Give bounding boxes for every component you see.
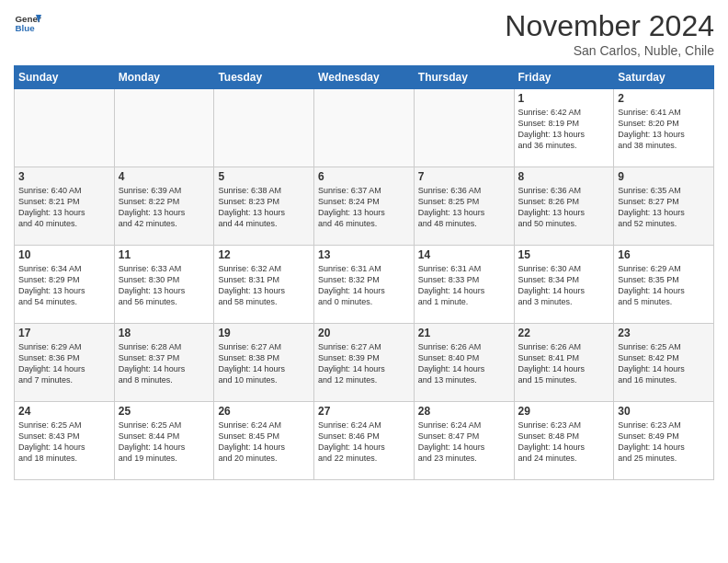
logo: General Blue <box>14 9 41 37</box>
table-row: 4Sunrise: 6:39 AM Sunset: 8:22 PM Daylig… <box>114 167 214 246</box>
day-info: Sunrise: 6:41 AM Sunset: 8:20 PM Dayligh… <box>618 107 710 152</box>
table-row: 8Sunrise: 6:36 AM Sunset: 8:26 PM Daylig… <box>514 167 614 246</box>
day-info: Sunrise: 6:40 AM Sunset: 8:21 PM Dayligh… <box>18 185 110 230</box>
day-number: 9 <box>618 170 710 183</box>
day-info: Sunrise: 6:26 AM Sunset: 8:40 PM Dayligh… <box>418 341 510 386</box>
table-row <box>114 89 214 167</box>
day-number: 1 <box>518 92 610 105</box>
table-row: 29Sunrise: 6:23 AM Sunset: 8:48 PM Dayli… <box>514 402 614 480</box>
col-thursday: Thursday <box>414 66 514 89</box>
table-row: 19Sunrise: 6:27 AM Sunset: 8:38 PM Dayli… <box>214 324 314 402</box>
day-number: 17 <box>18 327 110 339</box>
day-number: 22 <box>518 327 610 339</box>
col-saturday: Saturday <box>614 66 714 89</box>
table-row: 9Sunrise: 6:35 AM Sunset: 8:27 PM Daylig… <box>614 167 714 246</box>
table-row: 1Sunrise: 6:42 AM Sunset: 8:19 PM Daylig… <box>514 89 614 167</box>
day-number: 19 <box>218 327 310 339</box>
col-sunday: Sunday <box>15 66 115 89</box>
day-info: Sunrise: 6:35 AM Sunset: 8:27 PM Dayligh… <box>618 185 710 230</box>
day-number: 20 <box>318 327 410 339</box>
table-row: 22Sunrise: 6:26 AM Sunset: 8:41 PM Dayli… <box>514 324 614 402</box>
day-info: Sunrise: 6:38 AM Sunset: 8:23 PM Dayligh… <box>218 185 310 230</box>
table-row: 15Sunrise: 6:30 AM Sunset: 8:34 PM Dayli… <box>514 246 614 324</box>
table-row <box>414 89 514 167</box>
table-row: 14Sunrise: 6:31 AM Sunset: 8:33 PM Dayli… <box>414 246 514 324</box>
day-number: 7 <box>418 170 510 183</box>
day-info: Sunrise: 6:34 AM Sunset: 8:29 PM Dayligh… <box>18 263 110 308</box>
day-info: Sunrise: 6:25 AM Sunset: 8:44 PM Dayligh… <box>119 419 210 465</box>
location-subtitle: San Carlos, Nuble, Chile <box>505 43 714 58</box>
table-row <box>314 89 415 167</box>
day-info: Sunrise: 6:26 AM Sunset: 8:41 PM Dayligh… <box>518 341 610 386</box>
table-row: 2Sunrise: 6:41 AM Sunset: 8:20 PM Daylig… <box>614 89 714 167</box>
day-info: Sunrise: 6:24 AM Sunset: 8:46 PM Dayligh… <box>318 419 410 465</box>
table-row <box>15 89 115 167</box>
col-monday: Monday <box>114 66 214 89</box>
day-info: Sunrise: 6:32 AM Sunset: 8:31 PM Dayligh… <box>218 263 310 308</box>
day-number: 18 <box>119 327 210 339</box>
title-block: November 2024 San Carlos, Nuble, Chile <box>505 9 714 58</box>
day-info: Sunrise: 6:31 AM Sunset: 8:33 PM Dayligh… <box>418 263 510 308</box>
day-number: 21 <box>418 327 510 339</box>
table-row: 3Sunrise: 6:40 AM Sunset: 8:21 PM Daylig… <box>15 167 115 246</box>
day-number: 27 <box>318 405 410 418</box>
page-container: General Blue November 2024 San Carlos, N… <box>0 0 728 563</box>
day-number: 3 <box>18 170 110 183</box>
day-info: Sunrise: 6:33 AM Sunset: 8:30 PM Dayligh… <box>119 263 210 308</box>
day-number: 2 <box>618 92 710 105</box>
day-info: Sunrise: 6:27 AM Sunset: 8:38 PM Dayligh… <box>218 341 310 386</box>
day-info: Sunrise: 6:24 AM Sunset: 8:45 PM Dayligh… <box>218 419 310 465</box>
calendar-week-row: 10Sunrise: 6:34 AM Sunset: 8:29 PM Dayli… <box>15 246 714 324</box>
day-number: 28 <box>418 405 510 418</box>
day-number: 13 <box>318 248 410 261</box>
calendar-table: Sunday Monday Tuesday Wednesday Thursday… <box>14 65 714 480</box>
table-row: 7Sunrise: 6:36 AM Sunset: 8:25 PM Daylig… <box>414 167 514 246</box>
day-info: Sunrise: 6:36 AM Sunset: 8:26 PM Dayligh… <box>518 185 610 230</box>
col-friday: Friday <box>514 66 614 89</box>
page-header: General Blue November 2024 San Carlos, N… <box>14 9 714 58</box>
table-row: 17Sunrise: 6:29 AM Sunset: 8:36 PM Dayli… <box>15 324 115 402</box>
day-number: 12 <box>218 248 310 261</box>
day-info: Sunrise: 6:27 AM Sunset: 8:39 PM Dayligh… <box>318 341 410 386</box>
table-row: 21Sunrise: 6:26 AM Sunset: 8:40 PM Dayli… <box>414 324 514 402</box>
calendar-week-row: 1Sunrise: 6:42 AM Sunset: 8:19 PM Daylig… <box>15 89 714 167</box>
table-row: 28Sunrise: 6:24 AM Sunset: 8:47 PM Dayli… <box>414 402 514 480</box>
month-title: November 2024 <box>505 9 714 43</box>
day-info: Sunrise: 6:28 AM Sunset: 8:37 PM Dayligh… <box>119 341 210 386</box>
calendar-week-row: 3Sunrise: 6:40 AM Sunset: 8:21 PM Daylig… <box>15 167 714 246</box>
day-info: Sunrise: 6:31 AM Sunset: 8:32 PM Dayligh… <box>318 263 410 308</box>
day-number: 10 <box>18 248 110 261</box>
table-row: 26Sunrise: 6:24 AM Sunset: 8:45 PM Dayli… <box>214 402 314 480</box>
col-tuesday: Tuesday <box>214 66 314 89</box>
day-info: Sunrise: 6:42 AM Sunset: 8:19 PM Dayligh… <box>518 107 610 152</box>
table-row: 24Sunrise: 6:25 AM Sunset: 8:43 PM Dayli… <box>15 402 115 480</box>
day-info: Sunrise: 6:24 AM Sunset: 8:47 PM Dayligh… <box>418 419 510 465</box>
day-info: Sunrise: 6:25 AM Sunset: 8:43 PM Dayligh… <box>18 419 110 465</box>
table-row: 11Sunrise: 6:33 AM Sunset: 8:30 PM Dayli… <box>114 246 214 324</box>
day-number: 16 <box>618 248 710 261</box>
day-info: Sunrise: 6:23 AM Sunset: 8:48 PM Dayligh… <box>518 419 610 465</box>
day-info: Sunrise: 6:30 AM Sunset: 8:34 PM Dayligh… <box>518 263 610 308</box>
day-number: 11 <box>119 248 210 261</box>
table-row: 12Sunrise: 6:32 AM Sunset: 8:31 PM Dayli… <box>214 246 314 324</box>
day-number: 24 <box>18 405 110 418</box>
svg-text:Blue: Blue <box>16 23 36 33</box>
table-row: 20Sunrise: 6:27 AM Sunset: 8:39 PM Dayli… <box>314 324 415 402</box>
day-info: Sunrise: 6:36 AM Sunset: 8:25 PM Dayligh… <box>418 185 510 230</box>
table-row: 23Sunrise: 6:25 AM Sunset: 8:42 PM Dayli… <box>614 324 714 402</box>
calendar-week-row: 17Sunrise: 6:29 AM Sunset: 8:36 PM Dayli… <box>15 324 714 402</box>
calendar-week-row: 24Sunrise: 6:25 AM Sunset: 8:43 PM Dayli… <box>15 402 714 480</box>
day-info: Sunrise: 6:39 AM Sunset: 8:22 PM Dayligh… <box>119 185 210 230</box>
day-info: Sunrise: 6:29 AM Sunset: 8:36 PM Dayligh… <box>18 341 110 386</box>
table-row: 5Sunrise: 6:38 AM Sunset: 8:23 PM Daylig… <box>214 167 314 246</box>
day-number: 14 <box>418 248 510 261</box>
table-row: 13Sunrise: 6:31 AM Sunset: 8:32 PM Dayli… <box>314 246 415 324</box>
day-number: 26 <box>218 405 310 418</box>
table-row: 18Sunrise: 6:28 AM Sunset: 8:37 PM Dayli… <box>114 324 214 402</box>
day-number: 8 <box>518 170 610 183</box>
table-row: 25Sunrise: 6:25 AM Sunset: 8:44 PM Dayli… <box>114 402 214 480</box>
day-number: 6 <box>318 170 410 183</box>
table-row: 6Sunrise: 6:37 AM Sunset: 8:24 PM Daylig… <box>314 167 415 246</box>
day-info: Sunrise: 6:25 AM Sunset: 8:42 PM Dayligh… <box>618 341 710 386</box>
table-row <box>214 89 314 167</box>
